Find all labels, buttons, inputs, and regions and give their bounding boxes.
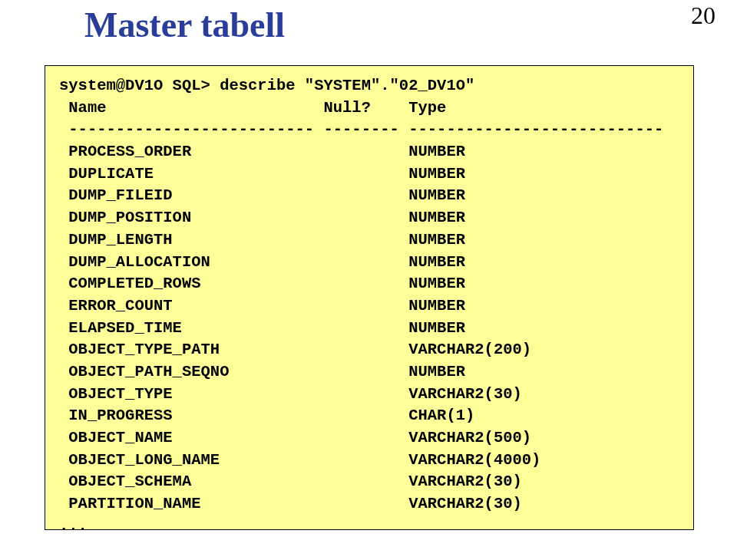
code-block: system@DV1O SQL> describe "SYSTEM"."02_D… bbox=[45, 65, 694, 530]
page-number: 20 bbox=[691, 2, 716, 30]
slide-title: Master tabell bbox=[84, 5, 285, 45]
code-content: system@DV1O SQL> describe "SYSTEM"."02_D… bbox=[59, 75, 679, 537]
